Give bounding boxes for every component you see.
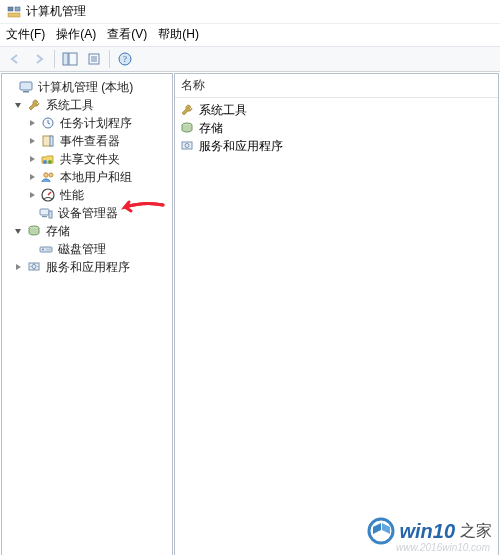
nav-back-button[interactable] — [4, 49, 26, 69]
expand-icon[interactable] — [12, 261, 24, 273]
services-icon — [26, 259, 42, 275]
list-item-system-tools[interactable]: 系统工具 — [179, 101, 494, 119]
tree-group-storage[interactable]: 存储 — [4, 222, 170, 240]
content-area: 计算机管理 (本地) 系统工具 任务计划程序 事件查看器 — [0, 72, 500, 555]
tree-item-local-users[interactable]: 本地用户和组 — [4, 168, 170, 186]
tree-label: 存储 — [46, 223, 70, 240]
watermark-logo-icon — [367, 517, 395, 545]
tree-label: 共享文件夹 — [60, 151, 120, 168]
tree-label: 任务计划程序 — [60, 115, 132, 132]
tree-label: 计算机管理 (本地) — [38, 79, 133, 96]
list-label: 服务和应用程序 — [199, 138, 283, 155]
svg-rect-24 — [49, 211, 52, 218]
tree-item-event-viewer[interactable]: 事件查看器 — [4, 132, 170, 150]
svg-rect-3 — [63, 53, 68, 65]
window-titlebar: 计算机管理 — [0, 0, 500, 24]
toolbar-separator — [54, 50, 55, 68]
window-title: 计算机管理 — [26, 3, 86, 20]
tree-pane[interactable]: 计算机管理 (本地) 系统工具 任务计划程序 事件查看器 — [1, 73, 173, 555]
list-label: 存储 — [199, 120, 223, 137]
menu-action[interactable]: 操作(A) — [56, 26, 96, 43]
column-header-name[interactable]: 名称 — [175, 74, 498, 98]
svg-point-18 — [44, 173, 48, 177]
list-item-storage[interactable]: 存储 — [179, 119, 494, 137]
svg-rect-1 — [15, 7, 20, 11]
list-pane[interactable]: 名称 系统工具 存储 服务和应用程序 — [174, 73, 499, 555]
expand-icon[interactable] — [26, 135, 38, 147]
help-button[interactable]: ? — [114, 49, 136, 69]
expand-icon[interactable] — [26, 153, 38, 165]
clock-icon — [40, 115, 56, 131]
event-log-icon — [40, 133, 56, 149]
svg-point-27 — [42, 249, 44, 251]
svg-line-21 — [48, 192, 51, 195]
show-hide-tree-button[interactable] — [59, 49, 81, 69]
menu-view[interactable]: 查看(V) — [107, 26, 147, 43]
svg-rect-0 — [8, 7, 13, 11]
tree-item-device-manager[interactable]: 设备管理器 — [4, 204, 170, 222]
svg-rect-22 — [40, 209, 49, 215]
list-item-services[interactable]: 服务和应用程序 — [179, 137, 494, 155]
services-icon — [179, 138, 195, 154]
svg-rect-2 — [8, 13, 20, 17]
collapse-icon[interactable] — [12, 225, 24, 237]
menubar: 文件(F) 操作(A) 查看(V) 帮助(H) — [0, 24, 500, 46]
tree-label: 设备管理器 — [58, 205, 118, 222]
wrench-icon — [26, 97, 42, 113]
svg-rect-28 — [46, 249, 51, 251]
collapse-icon[interactable] — [12, 99, 24, 111]
watermark-url: www.2016win10.com — [396, 542, 490, 553]
tree-group-services[interactable]: 服务和应用程序 — [4, 258, 170, 276]
svg-rect-15 — [50, 136, 53, 146]
tree-label: 事件查看器 — [60, 133, 120, 150]
tree-item-performance[interactable]: 性能 — [4, 186, 170, 204]
tree-group-system-tools[interactable]: 系统工具 — [4, 96, 170, 114]
expand-icon[interactable] — [26, 171, 38, 183]
tree-label: 服务和应用程序 — [46, 259, 130, 276]
tree-label: 本地用户和组 — [60, 169, 132, 186]
toolbar: ? — [0, 46, 500, 72]
tree: 计算机管理 (本地) 系统工具 任务计划程序 事件查看器 — [2, 74, 172, 280]
expand-icon[interactable] — [26, 117, 38, 129]
shared-folder-icon — [40, 151, 56, 167]
svg-rect-12 — [23, 91, 29, 93]
performance-icon — [40, 187, 56, 203]
device-manager-icon — [38, 205, 54, 221]
menu-help[interactable]: 帮助(H) — [158, 26, 199, 43]
tree-label: 磁盘管理 — [58, 241, 106, 258]
nav-forward-button[interactable] — [28, 49, 50, 69]
watermark: win10 之家 — [367, 517, 492, 545]
twisty-icon — [4, 81, 16, 93]
app-icon — [6, 4, 22, 20]
tree-item-disk-management[interactable]: 磁盘管理 — [4, 240, 170, 258]
monitor-icon — [18, 79, 34, 95]
svg-point-19 — [49, 173, 53, 177]
list-label: 系统工具 — [199, 102, 247, 119]
svg-rect-11 — [20, 82, 32, 90]
list: 系统工具 存储 服务和应用程序 — [175, 98, 498, 158]
storage-icon — [179, 120, 195, 136]
svg-point-16 — [43, 160, 47, 164]
tree-label: 系统工具 — [46, 97, 94, 114]
svg-rect-4 — [69, 53, 77, 65]
wrench-icon — [179, 102, 195, 118]
properties-button[interactable] — [83, 49, 105, 69]
storage-icon — [26, 223, 42, 239]
menu-file[interactable]: 文件(F) — [6, 26, 45, 43]
svg-text:?: ? — [123, 54, 127, 64]
toolbar-separator — [109, 50, 110, 68]
disk-icon — [38, 241, 54, 257]
users-icon — [40, 169, 56, 185]
tree-label: 性能 — [60, 187, 84, 204]
svg-rect-23 — [42, 216, 47, 217]
tree-root-computer-management[interactable]: 计算机管理 (本地) — [4, 78, 170, 96]
watermark-brand: win10 — [399, 520, 455, 543]
expand-icon[interactable] — [26, 189, 38, 201]
svg-point-17 — [48, 160, 52, 164]
tree-item-task-scheduler[interactable]: 任务计划程序 — [4, 114, 170, 132]
watermark-brand-suffix: 之家 — [460, 521, 492, 542]
tree-item-shared-folders[interactable]: 共享文件夹 — [4, 150, 170, 168]
